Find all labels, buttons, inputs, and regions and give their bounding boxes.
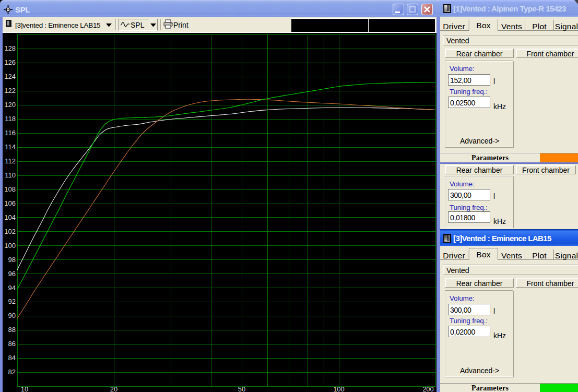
- svg-text:50: 50: [238, 385, 245, 392]
- svg-text:104: 104: [4, 213, 16, 221]
- svg-text:118: 118: [5, 115, 16, 123]
- svg-text:108: 108: [4, 185, 16, 193]
- svg-text:128: 128: [4, 44, 16, 52]
- svg-text:114: 114: [5, 143, 16, 151]
- svg-text:82: 82: [8, 368, 16, 376]
- svg-text:84: 84: [8, 354, 16, 362]
- svg-text:112: 112: [5, 157, 16, 165]
- svg-text:96: 96: [8, 270, 16, 278]
- svg-text:124: 124: [4, 73, 16, 80]
- svg-text:102: 102: [4, 228, 16, 235]
- svg-text:88: 88: [8, 326, 16, 334]
- svg-text:100: 100: [333, 385, 345, 392]
- svg-text:86: 86: [8, 340, 16, 348]
- svg-text:100: 100: [4, 242, 16, 250]
- svg-text:110: 110: [5, 171, 16, 179]
- svg-text:98: 98: [8, 256, 16, 264]
- svg-text:92: 92: [8, 298, 16, 305]
- svg-text:116: 116: [5, 129, 16, 137]
- svg-text:90: 90: [8, 312, 16, 319]
- svg-text:20: 20: [110, 385, 117, 392]
- svg-text:94: 94: [8, 284, 16, 292]
- svg-text:200: 200: [422, 385, 434, 392]
- svg-text:10: 10: [21, 385, 28, 392]
- svg-text:126: 126: [4, 58, 16, 66]
- svg-text:122: 122: [4, 87, 16, 94]
- svg-text:106: 106: [4, 199, 16, 207]
- svg-text:120: 120: [4, 101, 16, 109]
